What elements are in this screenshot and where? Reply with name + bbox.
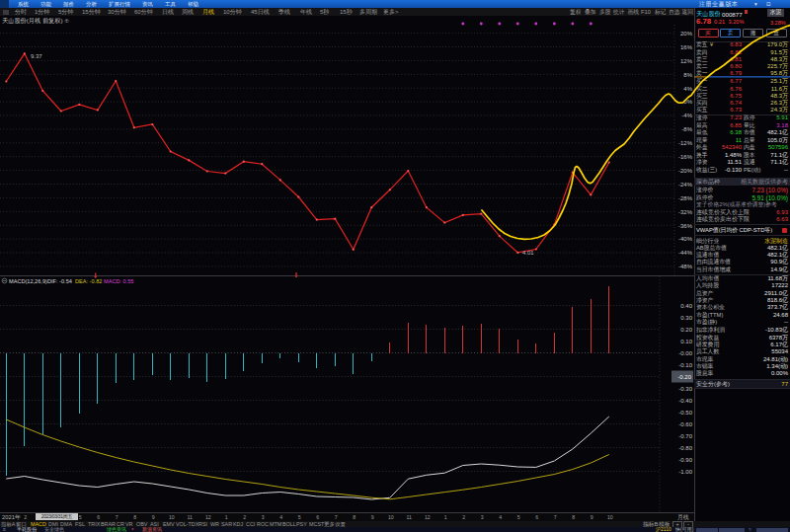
svg-text:9.37: 9.37 [31,53,42,59]
svg-text:MACD(12,26,9): MACD(12,26,9) [9,278,47,284]
svg-text:-0.70: -0.70 [678,433,692,439]
svg-text:-40%: -40% [678,236,693,242]
svg-text:-0.30: -0.30 [678,386,692,392]
svg-text:-0.20: -0.20 [677,374,691,380]
svg-text:-0.60: -0.60 [678,421,692,427]
svg-text:DIF: -0.54: DIF: -0.54 [47,278,72,284]
svg-text:-0.50: -0.50 [678,410,692,416]
svg-text:0.20: 0.20 [680,327,692,333]
svg-text:-24%: -24% [678,182,693,188]
svg-text:DEA: -0.82: DEA: -0.82 [75,278,102,284]
svg-text:4.01: 4.01 [522,250,534,256]
svg-text:-0.10: -0.10 [678,362,692,368]
svg-text:-0.90: -0.90 [678,457,692,463]
svg-text:-28%: -28% [678,195,693,201]
svg-text:20%: 20% [680,31,693,37]
svg-text:-0.80: -0.80 [678,445,692,451]
svg-text:-32%: -32% [678,209,693,215]
svg-text:-48%: -48% [678,264,693,269]
svg-text:-36%: -36% [678,223,693,229]
svg-text:-1.00: -1.00 [678,469,692,475]
svg-text:MACD: 0.55: MACD: 0.55 [104,278,133,284]
svg-text:-0.40: -0.40 [678,398,692,404]
svg-text:-44%: -44% [678,250,693,256]
svg-text:0.30: 0.30 [680,315,692,321]
svg-text:0.10: 0.10 [680,339,692,344]
svg-text:0.40: 0.40 [680,303,692,309]
svg-text:-0.00: -0.00 [678,350,692,356]
